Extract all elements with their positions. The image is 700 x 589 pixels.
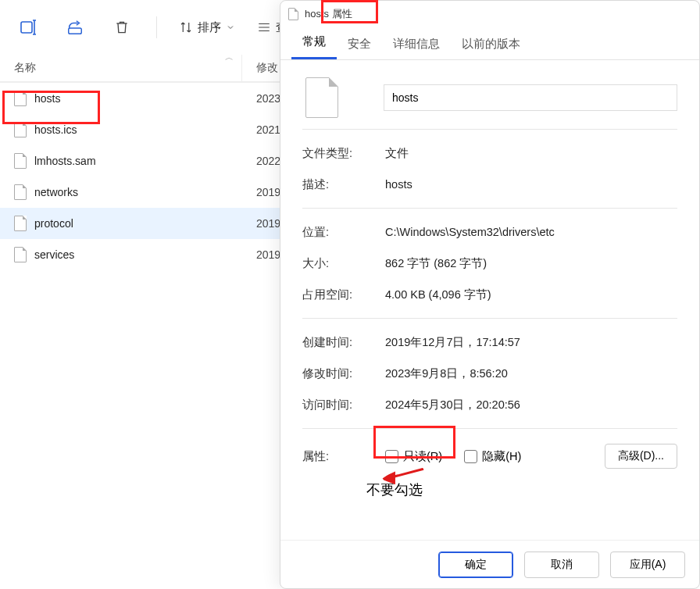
sort-button[interactable]: 排序 — [179, 20, 235, 35]
tab-details[interactable]: 详细信息 — [382, 29, 451, 59]
attributes-label: 属性: — [302, 449, 385, 464]
file-name: hosts.ics — [34, 123, 77, 136]
dialog-title-text: hosts 属性 — [305, 7, 352, 21]
sort-button-label: 排序 — [198, 20, 221, 35]
file-name: hosts — [34, 92, 60, 105]
advanced-button[interactable]: 高级(D)... — [605, 444, 677, 469]
description-value: hosts — [385, 178, 412, 191]
svg-rect-0 — [21, 22, 32, 33]
created-label: 创建时间: — [302, 335, 385, 350]
dialog-footer: 确定 取消 应用(A) — [280, 540, 699, 588]
sort-asc-icon: ︿ — [225, 52, 234, 63]
hidden-checkbox[interactable]: 隐藏(H) — [464, 449, 521, 464]
modified-label: 修改时间: — [302, 366, 385, 381]
hidden-label: 隐藏(H) — [482, 449, 521, 464]
tab-previous-versions[interactable]: 以前的版本 — [451, 29, 531, 59]
chevron-down-icon — [226, 23, 235, 32]
accessed-value: 2024年5月30日，20:20:56 — [385, 398, 520, 412]
location-label: 位置: — [302, 225, 385, 240]
file-icon — [288, 8, 298, 20]
size-label: 大小: — [302, 256, 385, 271]
tab-general[interactable]: 常规 — [291, 27, 337, 59]
location-value: C:\Windows\System32\drivers\etc — [385, 226, 555, 238]
file-name: protocol — [34, 217, 73, 230]
accessed-label: 访问时间: — [302, 398, 385, 412]
tabs: 常规 安全 详细信息 以前的版本 — [280, 27, 699, 60]
delete-icon[interactable] — [109, 15, 134, 40]
checkbox-box-icon — [385, 450, 398, 463]
share-icon[interactable] — [62, 15, 88, 40]
ok-button[interactable]: 确定 — [438, 552, 513, 578]
file-icon — [14, 153, 27, 169]
size-on-disk-value: 4.00 KB (4,096 字节) — [385, 287, 491, 302]
dialog-titlebar[interactable]: hosts 属性 — [280, 1, 699, 27]
checkbox-box-icon — [464, 450, 477, 463]
readonly-checkbox[interactable]: 只读(R) — [385, 449, 442, 464]
readonly-label: 只读(R) — [403, 449, 442, 464]
size-on-disk-label: 占用空间: — [302, 287, 385, 302]
file-type-value: 文件 — [385, 146, 409, 161]
file-name: lmhosts.sam — [34, 155, 96, 167]
svg-rect-1 — [69, 28, 82, 34]
file-name: services — [34, 248, 74, 261]
file-type-label: 文件类型: — [302, 146, 385, 161]
properties-dialog: hosts 属性 常规 安全 详细信息 以前的版本 文件类型: 文件 描述: h… — [280, 0, 700, 589]
modified-value: 2023年9月8日，8:56:20 — [385, 366, 508, 381]
column-name-label: 名称 — [14, 61, 36, 75]
file-icon — [14, 184, 27, 200]
column-name-header[interactable]: 名称 ︿ — [0, 55, 242, 81]
description-label: 描述: — [302, 177, 385, 192]
file-icon — [14, 122, 27, 137]
apply-button[interactable]: 应用(A) — [610, 552, 685, 578]
file-icon — [14, 216, 27, 231]
file-icon — [14, 91, 27, 106]
big-file-icon — [305, 77, 338, 118]
file-name: networks — [34, 186, 78, 198]
file-icon — [14, 247, 27, 262]
size-value: 862 字节 (862 字节) — [385, 256, 487, 271]
rename-icon[interactable] — [16, 15, 41, 40]
created-value: 2019年12月7日，17:14:57 — [385, 335, 520, 350]
properties-body: 文件类型: 文件 描述: hosts 位置: C:\Windows\System… — [280, 60, 699, 540]
cancel-button[interactable]: 取消 — [524, 552, 599, 578]
file-name-input[interactable] — [384, 84, 677, 111]
tab-security[interactable]: 安全 — [337, 29, 382, 59]
